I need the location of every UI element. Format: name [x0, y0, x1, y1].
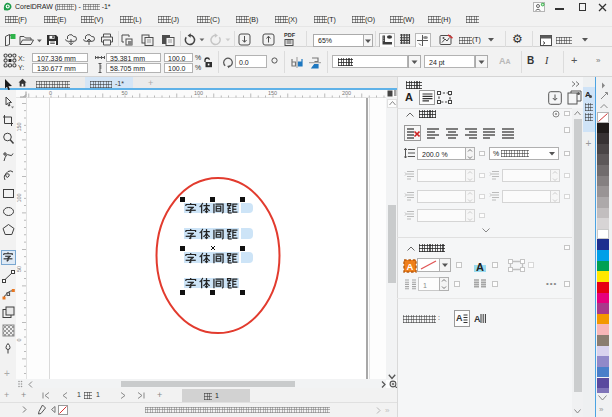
svg-text:A: A [476, 261, 484, 273]
svg-text:A: A [407, 261, 414, 272]
svg-text:50: 50 [16, 266, 22, 272]
svg-text:0: 0 [16, 338, 22, 341]
svg-text:100: 100 [16, 193, 22, 202]
svg-text:150: 150 [16, 122, 22, 131]
svg-text:A: A [474, 314, 481, 324]
svg-text:A: A [456, 313, 463, 323]
